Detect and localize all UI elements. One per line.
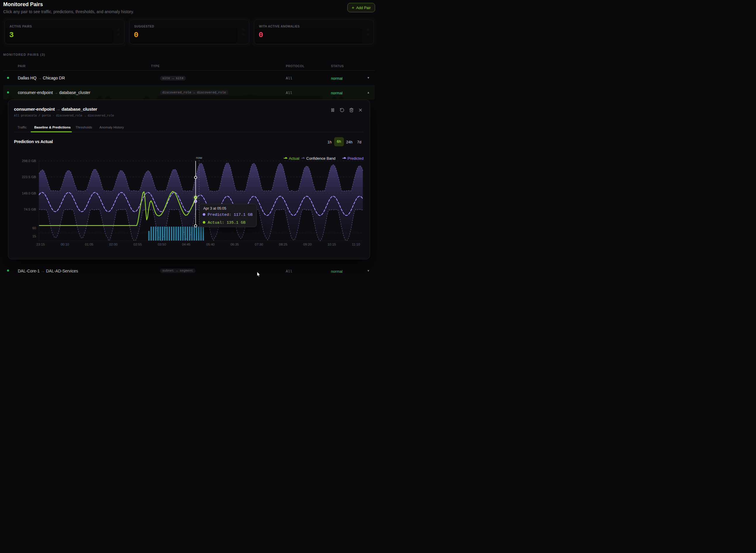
svg-text:09:20: 09:20 bbox=[303, 243, 312, 246]
svg-text:00:10: 00:10 bbox=[61, 243, 69, 246]
svg-text:15: 15 bbox=[32, 234, 36, 238]
svg-text:08:25: 08:25 bbox=[279, 243, 288, 246]
svg-text:02:00: 02:00 bbox=[109, 243, 118, 246]
svg-text:now: now bbox=[196, 156, 203, 159]
svg-text:03:50: 03:50 bbox=[158, 243, 166, 246]
svg-text:60: 60 bbox=[32, 226, 36, 230]
svg-text:04:45: 04:45 bbox=[182, 243, 191, 246]
svg-text:223.5 GB: 223.5 GB bbox=[22, 175, 36, 179]
svg-text:01:05: 01:05 bbox=[85, 243, 93, 246]
svg-text:06:35: 06:35 bbox=[230, 243, 239, 246]
svg-text:05:40: 05:40 bbox=[206, 243, 215, 246]
svg-text:149.0 GB: 149.0 GB bbox=[22, 191, 36, 195]
svg-text:298.0 GB: 298.0 GB bbox=[22, 159, 36, 163]
svg-text:11:10: 11:10 bbox=[352, 243, 360, 246]
svg-text:07:30: 07:30 bbox=[255, 243, 263, 246]
svg-text:23:15: 23:15 bbox=[36, 243, 45, 246]
svg-text:74.5 GB: 74.5 GB bbox=[24, 208, 36, 211]
svg-text:02:55: 02:55 bbox=[134, 243, 142, 246]
svg-text:10:15: 10:15 bbox=[327, 243, 336, 246]
